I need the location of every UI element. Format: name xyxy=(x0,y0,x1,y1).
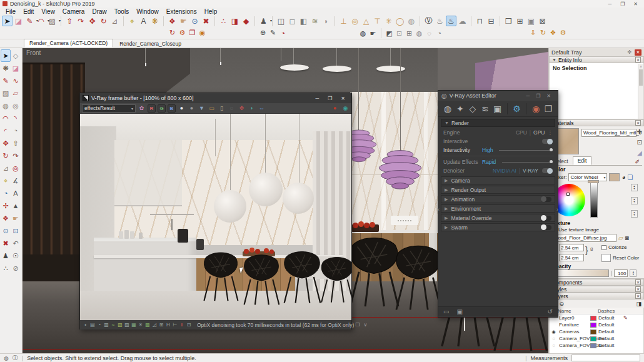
layer-row-furniture[interactable]: Furniture Default xyxy=(550,321,643,328)
select-tool-icon[interactable]: ➤ xyxy=(2,16,13,26)
display-options-icon[interactable]: ⊡ xyxy=(637,139,642,146)
vfb-flag-icon[interactable]: ▧ xyxy=(117,322,123,328)
dice-dark-icon[interactable]: ⊞ xyxy=(405,29,414,38)
denoiser-toggle[interactable] xyxy=(542,168,553,173)
value-bar[interactable] xyxy=(590,183,598,218)
section-toggle[interactable] xyxy=(541,225,551,230)
lights-category-icon[interactable]: ✦ xyxy=(456,103,465,114)
vfb-maximize-button[interactable]: ❐ xyxy=(328,96,332,101)
edit-pencil-icon[interactable]: ✐ xyxy=(635,159,640,165)
arc-tool-icon[interactable]: ◠ xyxy=(36,16,46,26)
vray-file-manager-icon[interactable]: ❐ xyxy=(188,28,197,38)
section-swarm[interactable]: ▶ Swarm xyxy=(441,223,555,231)
open-folder-icon[interactable]: ▭ xyxy=(208,104,216,113)
eraser-tool[interactable]: ◪ xyxy=(11,62,21,74)
materials-header[interactable]: Materials ✕ xyxy=(549,119,644,126)
layer-row-cameras[interactable]: ◉ Cameras Default xyxy=(550,328,643,335)
pan-tool[interactable]: ☛ xyxy=(11,212,21,224)
vfb-channel-select[interactable]: effectsResult▾ xyxy=(82,104,136,113)
browse-folder-icon[interactable]: ▱ xyxy=(618,234,623,241)
ae-title-bar[interactable]: ◎ V-Ray Asset Editor ─ ❐ ✕ xyxy=(438,91,558,101)
layers-close-icon[interactable]: ✕ xyxy=(635,293,641,299)
clipboard-icon[interactable]: ▯ xyxy=(218,104,226,113)
windows-stack-icon[interactable]: ⊞ xyxy=(515,16,525,26)
red-channel-button[interactable]: R xyxy=(148,104,156,113)
threed-text-tool[interactable]: ▲ xyxy=(11,199,21,212)
eraser-tool-icon[interactable]: ◪ xyxy=(13,16,24,26)
paint-bucket-icon[interactable]: ❋ xyxy=(149,16,160,26)
vray-mesh-light-icon[interactable]: ◍ xyxy=(406,16,416,26)
circle-tool[interactable]: ◍ xyxy=(1,99,11,112)
gray-balance-icon[interactable]: ● xyxy=(188,104,196,113)
ae-left-flyout-arrow[interactable]: ‹ xyxy=(438,206,440,213)
move-tool-icon[interactable]: ✥ xyxy=(87,16,98,26)
texture-width-field[interactable]: 2.54 cm xyxy=(559,244,584,251)
zoom-window-tool[interactable]: ⊡ xyxy=(11,224,21,237)
pan-image-icon[interactable]: ✥ xyxy=(238,104,246,113)
tray-close-button[interactable]: ✕ xyxy=(635,49,641,56)
vray-sphere-light-icon[interactable]: ◯ xyxy=(395,16,405,26)
freehand-tool[interactable]: ∿ xyxy=(11,74,21,87)
menu-tools[interactable]: Tools xyxy=(111,8,133,15)
red-spheres-icon[interactable]: ∴ xyxy=(218,16,229,26)
match-photo-icon[interactable]: ▣ xyxy=(526,16,536,26)
tray-scrollbar[interactable]: ∧ xyxy=(638,64,643,119)
entity-info-header[interactable]: ▼ Entity Info ✕ xyxy=(549,56,644,63)
update-effects-slider[interactable] xyxy=(502,162,553,163)
entity-info-close-icon[interactable]: ✕ xyxy=(635,57,641,63)
followme-tool-icon[interactable]: ↷ xyxy=(76,16,86,26)
extension-sync-icon[interactable]: ↻ xyxy=(538,28,548,38)
line-tool-icon[interactable]: ✎ xyxy=(24,16,35,26)
menu-draw[interactable]: Draw xyxy=(88,8,110,15)
measurements-input[interactable] xyxy=(571,354,640,361)
uv-sphere-icon[interactable]: ◍ xyxy=(358,29,368,38)
materials-close-icon[interactable]: ✕ xyxy=(635,120,641,126)
layer-color-swatch[interactable] xyxy=(590,316,596,321)
match-model-color-icon[interactable]: ❏ xyxy=(628,174,633,181)
section-animation[interactable]: ▶ Animation xyxy=(441,195,555,203)
interactivity-slider[interactable] xyxy=(499,150,553,151)
components-close-icon[interactable]: ✕ xyxy=(635,279,641,285)
render-with-vray-icon[interactable]: ◉ xyxy=(531,103,540,114)
position-camera-tool[interactable]: ♟ xyxy=(1,249,11,262)
pushpull-tool[interactable]: ⇧ xyxy=(11,137,21,149)
vfb-exp-icon[interactable]: ⊡ xyxy=(186,322,192,328)
select-tool[interactable]: ➤ xyxy=(1,49,11,62)
settings-category-icon[interactable]: ⚙ xyxy=(512,103,521,114)
vfb-curve-icon[interactable]: ◿ xyxy=(151,322,158,328)
vray-ies-light-icon[interactable]: ⊤ xyxy=(372,16,383,26)
layer-color-swatch[interactable] xyxy=(590,329,596,334)
three-point-arc-tool[interactable]: ◜ xyxy=(1,124,11,137)
chain-lock-icon[interactable]: 8 xyxy=(590,246,593,252)
col-dashes[interactable]: Dashes xyxy=(598,308,629,314)
vray-camera-icon[interactable]: ◉ xyxy=(198,28,207,38)
render-elements-category-icon[interactable]: ▣ xyxy=(493,103,502,114)
paint-bucket-tool[interactable]: ❋ xyxy=(1,62,11,74)
texture-preview-icon[interactable]: ◙ xyxy=(625,234,629,241)
zoom-extents-icon[interactable]: ✖ xyxy=(201,16,211,26)
interactive-toggle[interactable] xyxy=(542,139,553,144)
lock-viewport-icon[interactable]: ⊠ xyxy=(537,16,548,26)
minimize-button[interactable]: ─ xyxy=(608,1,611,7)
layer-details-icon[interactable]: ◨ xyxy=(636,301,641,307)
dice-white-icon[interactable]: ⊡ xyxy=(395,29,404,38)
line-tool[interactable]: ✎ xyxy=(1,74,11,87)
color-wheel-cursor[interactable] xyxy=(566,193,570,196)
vfb-gear-icon[interactable]: ✳ xyxy=(138,322,144,328)
ae-maximize-button[interactable]: ❐ xyxy=(536,93,540,99)
layer-row-layer0[interactable]: Layer0 Default ✎ xyxy=(550,314,643,321)
extension-gear-icon[interactable]: ⚙ xyxy=(558,28,568,38)
components-header[interactable]: Components ✕ xyxy=(549,279,644,286)
layer-color-swatch[interactable] xyxy=(590,323,596,328)
scale-tool[interactable]: ⊿ xyxy=(1,162,11,174)
material-name-field[interactable]: Wood_Flooring_Mtl_mtl_9 xyxy=(581,129,636,137)
layer-row-camera-fov-lines[interactable]: ◌ Camera_FOV_Lines Default xyxy=(550,335,643,342)
protractor-tool[interactable]: ◔ xyxy=(1,187,11,199)
stop-render-icon[interactable]: ● xyxy=(331,104,339,113)
vray-dome-light-icon[interactable]: ◎ xyxy=(350,16,360,26)
look-around-tool[interactable]: ☉ xyxy=(11,249,21,262)
current-color-swatch[interactable] xyxy=(609,173,620,181)
geolocation-icon[interactable]: ◍ xyxy=(4,355,9,361)
sphere-grid-icon[interactable]: ◍ xyxy=(415,29,424,38)
engine-menu-icon[interactable]: ⋮ xyxy=(548,129,553,136)
